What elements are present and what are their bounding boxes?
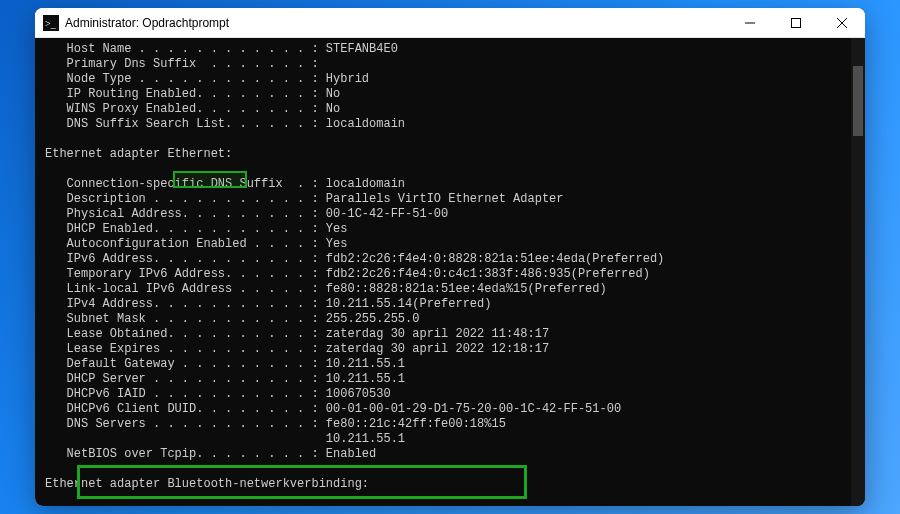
terminal-line: Connection-specific DNS Suffix . : local… bbox=[45, 177, 845, 192]
terminal-line: Link-local IPv6 Address . . . . . : fe80… bbox=[45, 282, 845, 297]
command-prompt-window: >_ Administrator: Opdrachtprompt Host Na… bbox=[35, 8, 865, 506]
terminal-line: DNS Servers . . . . . . . . . . . : fe80… bbox=[45, 417, 845, 432]
window-title: Administrator: Opdrachtprompt bbox=[65, 16, 727, 30]
terminal-line: Ethernet adapter Ethernet: bbox=[45, 147, 845, 162]
terminal-line: Physical Address. . . . . . . . . : 00-1… bbox=[45, 207, 845, 222]
close-button[interactable] bbox=[819, 8, 865, 37]
terminal-line: Lease Expires . . . . . . . . . . : zate… bbox=[45, 342, 845, 357]
terminal-line: DHCP Server . . . . . . . . . . . : 10.2… bbox=[45, 372, 845, 387]
terminal-line: Lease Obtained. . . . . . . . . . : zate… bbox=[45, 327, 845, 342]
terminal-line: WINS Proxy Enabled. . . . . . . . : No bbox=[45, 102, 845, 117]
terminal-area[interactable]: Host Name . . . . . . . . . . . . : STEF… bbox=[35, 38, 865, 506]
terminal-line: IPv6 Address. . . . . . . . . . . : fdb2… bbox=[45, 252, 845, 267]
terminal-line: DHCPv6 IAID . . . . . . . . . . . : 1006… bbox=[45, 387, 845, 402]
terminal-line: IP Routing Enabled. . . . . . . . : No bbox=[45, 87, 845, 102]
terminal-line: Subnet Mask . . . . . . . . . . . : 255.… bbox=[45, 312, 845, 327]
terminal-output: Host Name . . . . . . . . . . . . : STEF… bbox=[35, 38, 851, 506]
terminal-line: Primary Dns Suffix . . . . . . . : bbox=[45, 57, 845, 72]
terminal-line: DNS Suffix Search List. . . . . . : loca… bbox=[45, 117, 845, 132]
terminal-line: NetBIOS over Tcpip. . . . . . . . : Enab… bbox=[45, 447, 845, 462]
terminal-line: Ethernet adapter Bluetooth-netwerkverbin… bbox=[45, 477, 845, 492]
terminal-line bbox=[45, 162, 845, 177]
terminal-line: Node Type . . . . . . . . . . . . : Hybr… bbox=[45, 72, 845, 87]
terminal-line: Default Gateway . . . . . . . . . : 10.2… bbox=[45, 357, 845, 372]
terminal-line: Description . . . . . . . . . . . : Para… bbox=[45, 192, 845, 207]
window-controls bbox=[727, 8, 865, 37]
terminal-line bbox=[45, 132, 845, 147]
terminal-line: DHCP Enabled. . . . . . . . . . . : Yes bbox=[45, 222, 845, 237]
scrollbar-thumb[interactable] bbox=[853, 66, 863, 136]
terminal-line: Autoconfiguration Enabled . . . . : Yes bbox=[45, 237, 845, 252]
svg-rect-3 bbox=[792, 18, 801, 27]
terminal-line bbox=[45, 462, 845, 477]
titlebar[interactable]: >_ Administrator: Opdrachtprompt bbox=[35, 8, 865, 38]
minimize-button[interactable] bbox=[727, 8, 773, 37]
scrollbar[interactable] bbox=[851, 38, 865, 506]
maximize-button[interactable] bbox=[773, 8, 819, 37]
terminal-line: 10.211.55.1 bbox=[45, 432, 845, 447]
cmd-icon: >_ bbox=[43, 15, 59, 31]
terminal-line: Host Name . . . . . . . . . . . . : STEF… bbox=[45, 42, 845, 57]
svg-text:>_: >_ bbox=[45, 18, 57, 29]
terminal-line: Temporary IPv6 Address. . . . . . : fdb2… bbox=[45, 267, 845, 282]
terminal-line: DHCPv6 Client DUID. . . . . . . . : 00-0… bbox=[45, 402, 845, 417]
terminal-line: IPv4 Address. . . . . . . . . . . : 10.2… bbox=[45, 297, 845, 312]
